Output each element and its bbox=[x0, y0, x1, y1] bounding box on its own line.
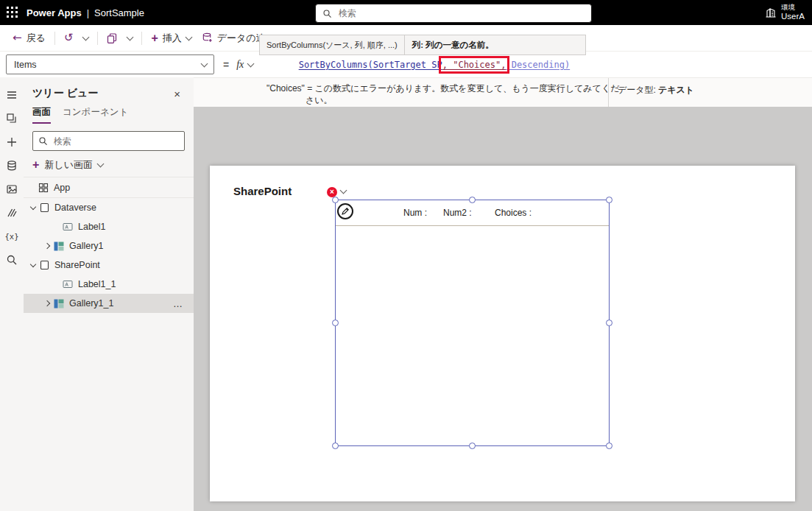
chevron-down-icon bbox=[97, 161, 105, 168]
chevron-down-icon bbox=[82, 33, 90, 40]
environment-switcher[interactable]: 環境 UserA bbox=[762, 0, 808, 25]
resize-handle[interactable] bbox=[606, 320, 612, 326]
insert-button[interactable]: + 挿入 bbox=[146, 27, 196, 49]
back-arrow-icon: ← bbox=[13, 32, 22, 43]
fx-label: fx bbox=[236, 59, 244, 71]
resize-handle[interactable] bbox=[469, 197, 476, 203]
toolbar-divider bbox=[97, 32, 98, 45]
search-icon[interactable] bbox=[0, 248, 24, 272]
tab-screens[interactable]: 画面 bbox=[32, 106, 51, 124]
search-icon bbox=[322, 9, 332, 18]
gallery-column-header: Choices : bbox=[495, 208, 532, 218]
label-control-icon bbox=[63, 222, 73, 231]
gallery-control-icon bbox=[54, 242, 64, 251]
top-bar: Power Apps | SortSample 環境 UserA bbox=[0, 0, 812, 25]
screen-artboard[interactable]: SharePoint × Num : Num2 : Choices : bbox=[210, 166, 795, 501]
annotation-highlight: , "Choices", bbox=[442, 60, 506, 70]
fx-button[interactable]: fx bbox=[236, 59, 253, 71]
power-automate-icon[interactable] bbox=[0, 201, 24, 225]
tab-components[interactable]: コンポーネント bbox=[63, 106, 128, 124]
chevron-down-icon bbox=[127, 33, 134, 40]
error-badge-icon[interactable]: × bbox=[327, 187, 337, 197]
tree-item-label: SharePoint bbox=[54, 260, 100, 270]
tree-item-label: App bbox=[54, 183, 70, 193]
tree-view-icon[interactable] bbox=[0, 107, 24, 130]
global-search-box[interactable] bbox=[315, 4, 592, 23]
canvas-area: SharePoint × Num : Num2 : Choices : bbox=[194, 107, 812, 511]
data-icon[interactable] bbox=[0, 154, 24, 177]
close-icon[interactable]: × bbox=[169, 88, 185, 100]
gallery-control-selected[interactable]: Num : Num2 : Choices : bbox=[335, 200, 610, 446]
formula-function-text: SortByColumns(SortTarget_SP bbox=[299, 60, 442, 70]
property-selector[interactable]: Items bbox=[6, 54, 214, 74]
global-search-input[interactable] bbox=[337, 7, 591, 19]
app-icon bbox=[38, 183, 49, 193]
database-icon bbox=[202, 32, 213, 43]
insert-icon[interactable] bbox=[0, 130, 24, 154]
gallery-column-header: Num2 : bbox=[443, 208, 472, 218]
new-screen-button[interactable]: + 新しい画面 bbox=[24, 155, 194, 177]
chevron-right-icon[interactable] bbox=[44, 243, 50, 249]
gallery-header-separator bbox=[336, 225, 609, 226]
menu-icon[interactable] bbox=[0, 83, 24, 107]
copy-dropdown-button[interactable] bbox=[122, 27, 138, 49]
tree-search-input[interactable] bbox=[52, 135, 184, 147]
chevron-down-icon[interactable] bbox=[30, 204, 36, 210]
chevron-down-icon bbox=[201, 60, 208, 67]
edit-pencil-icon[interactable] bbox=[337, 203, 353, 219]
copy-icon bbox=[107, 33, 117, 43]
back-label: 戻る bbox=[27, 32, 46, 45]
tree-item-sharepoint-screen[interactable]: SharePoint bbox=[24, 256, 194, 275]
back-button[interactable]: ← 戻る bbox=[7, 27, 51, 49]
toolbar-divider bbox=[141, 32, 142, 45]
tree-search-box[interactable] bbox=[32, 131, 185, 151]
power-apps-studio: Power Apps | SortSample 環境 UserA ← 戻る ↺ bbox=[0, 0, 812, 511]
tree-view-header: ツリー ビュー × bbox=[24, 77, 194, 103]
chevron-down-icon bbox=[185, 33, 192, 40]
resize-handle[interactable] bbox=[469, 443, 476, 449]
formula-error-bar: "Choices" = この数式にエラーがあります。数式を変更して、もう一度実行… bbox=[194, 77, 812, 107]
tree-item-label1-1[interactable]: Label1_1 bbox=[24, 275, 194, 294]
brand-label[interactable]: Power Apps bbox=[27, 7, 82, 18]
app-launcher-waffle-icon[interactable] bbox=[0, 0, 25, 25]
error-message: "Choices" = この数式にエラーがあります。数式を変更して、もう一度実行… bbox=[266, 82, 619, 106]
property-selected-value: Items bbox=[14, 60, 37, 70]
undo-dropdown-button[interactable] bbox=[78, 27, 93, 49]
chevron-right-icon[interactable] bbox=[44, 300, 50, 306]
undo-button[interactable]: ↺ bbox=[59, 27, 79, 49]
screen-icon bbox=[40, 202, 49, 213]
formula-intellisense-tooltip: SortByColumns(ソース, 列, 順序, ...) 列: 列の一意の名… bbox=[259, 35, 586, 55]
data-type-label: データ型: bbox=[618, 85, 656, 95]
error-message-line1: "Choices" = この数式にエラーがあります。数式を変更して、もう一度実行… bbox=[266, 82, 619, 94]
media-icon[interactable] bbox=[0, 177, 24, 201]
tree-item-label: Dataverse bbox=[54, 202, 96, 213]
tree-item-dataverse-screen[interactable]: Dataverse bbox=[24, 198, 194, 217]
tree-item-app[interactable]: App bbox=[24, 177, 194, 198]
copy-button[interactable] bbox=[102, 27, 122, 49]
insert-label: 挿入 bbox=[163, 32, 182, 45]
resize-handle[interactable] bbox=[332, 197, 339, 203]
gallery-column-header: Num : bbox=[403, 208, 427, 218]
resize-handle[interactable] bbox=[332, 320, 339, 326]
chevron-down-icon[interactable] bbox=[340, 187, 347, 194]
item-overflow-menu[interactable]: … bbox=[173, 298, 183, 309]
tree-item-label1[interactable]: Label1 bbox=[24, 217, 194, 236]
environment-icon bbox=[765, 7, 777, 18]
tree-item-label: Label1_1 bbox=[78, 279, 116, 289]
tree-view-title: ツリー ビュー bbox=[32, 87, 98, 100]
plus-icon: + bbox=[32, 159, 39, 171]
environment-label: 環境 bbox=[781, 4, 795, 11]
tree-item-gallery1-1[interactable]: Gallery1_1 … bbox=[24, 294, 194, 313]
label-control-icon bbox=[63, 280, 73, 289]
tree-item-label: Label1 bbox=[78, 222, 106, 232]
tree-item-gallery1[interactable]: Gallery1 bbox=[24, 236, 194, 256]
chevron-down-icon bbox=[247, 60, 255, 67]
toolbar-divider bbox=[54, 32, 55, 45]
variables-icon[interactable]: {x} bbox=[0, 225, 24, 248]
resize-handle[interactable] bbox=[332, 443, 339, 449]
chevron-down-icon[interactable] bbox=[30, 261, 36, 267]
gallery-control-icon bbox=[54, 299, 64, 309]
resize-handle[interactable] bbox=[606, 197, 612, 203]
screen-icon bbox=[40, 260, 49, 270]
resize-handle[interactable] bbox=[606, 443, 612, 449]
